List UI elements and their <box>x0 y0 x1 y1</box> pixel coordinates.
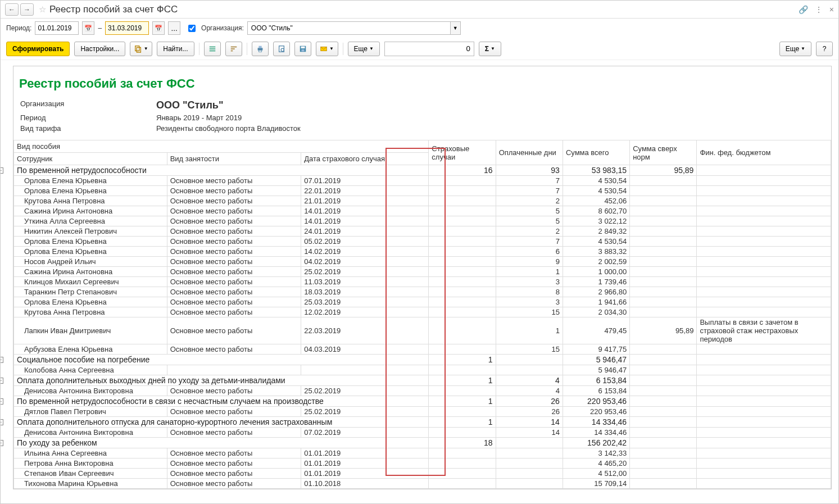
generate-button[interactable]: Сформировать <box>6 42 70 56</box>
report-title: Реестр пособий за счет ФСС <box>13 66 831 96</box>
spin-input[interactable] <box>384 42 474 56</box>
table-row[interactable]: Крутова Анна ПетровнаОсновное место рабо… <box>14 196 831 206</box>
copy-icon <box>134 45 142 53</box>
more-dropdown-button[interactable]: Еще ▼ <box>348 42 380 56</box>
period-picker-button[interactable]: ... <box>168 21 180 35</box>
help-button[interactable]: ? <box>816 42 833 56</box>
print-button[interactable] <box>252 42 269 56</box>
hdr-case-date: Дата страхового случая <box>301 153 429 165</box>
table-row[interactable]: Степанов Иван СергеевичОсновное место ра… <box>14 469 831 479</box>
hdr-over: Сумма сверх норм <box>630 140 697 165</box>
more-right-button[interactable]: Еще ▼ <box>779 42 811 56</box>
table-row[interactable]: Орлова Елена ЮрьевнаОсновное место работ… <box>14 186 831 196</box>
period-dash: – <box>98 24 102 32</box>
collapse-groups-button[interactable] <box>225 42 242 56</box>
titlebar: ← → ☆ Реестр пособий за счет ФСС 🔗 ⋮ × <box>1 1 838 19</box>
svg-rect-7 <box>230 50 233 51</box>
org-checkbox[interactable] <box>188 25 196 32</box>
table-row[interactable]: Денисова Антонина ВикторовнаОсновное мес… <box>14 386 831 396</box>
table-row[interactable]: Никитин Алексей ПетровичОсновное место р… <box>14 226 831 237</box>
expand-group[interactable]: − <box>1 167 3 174</box>
date-from-input[interactable] <box>35 21 79 35</box>
svg-rect-5 <box>230 46 237 47</box>
toolbar-separator <box>343 43 343 55</box>
hdr-employee: Сотрудник <box>14 153 167 165</box>
close-icon[interactable]: × <box>829 5 834 14</box>
expand-group[interactable]: − <box>1 357 3 363</box>
toolbar-separator <box>247 43 247 55</box>
find-button[interactable]: Найти... <box>157 42 194 56</box>
svg-rect-1 <box>137 47 140 52</box>
menu-icon[interactable]: ⋮ <box>815 5 823 14</box>
nav-back-button[interactable]: ← <box>5 3 19 16</box>
table-row[interactable]: Таранкин Петр СтепановичОсновное место р… <box>14 287 831 297</box>
table-row[interactable]: Орлова Елена ЮрьевнаОсновное место работ… <box>14 237 831 247</box>
date-to-input[interactable] <box>105 21 149 35</box>
table-row[interactable]: Ильина Анна СергеевнаОсновное место рабо… <box>14 448 831 458</box>
meta-period-label: Период <box>20 113 155 122</box>
table-row[interactable]: Орлова Елена ЮрьевнаОсновное место работ… <box>14 247 831 257</box>
preview-icon <box>278 45 285 53</box>
calendar-to-button[interactable]: 📅 <box>152 21 165 35</box>
table-row[interactable]: Орлова Елена ЮрьевнаОсновное место работ… <box>14 297 831 307</box>
group-row[interactable]: Социальное пособие на погребение15 946,4… <box>14 355 831 365</box>
expand-group[interactable]: − <box>1 419 3 425</box>
meta-org-label: Организация <box>20 99 155 112</box>
table-row[interactable]: Колобова Анна Сергеевна5 946,47 <box>14 365 831 375</box>
group-row[interactable]: Оплата дополнительного отпуска для санат… <box>14 417 831 428</box>
sigma-icon: Σ <box>485 45 489 53</box>
table-row[interactable]: Клинцов Михаил СергеевичОсновное место р… <box>14 277 831 287</box>
meta-tariff-value: Резиденты свободного порта Владивосток <box>156 124 301 133</box>
org-select-input[interactable] <box>247 21 451 35</box>
favorite-icon[interactable]: ☆ <box>39 4 46 15</box>
hdr-days: Оплаченные дни <box>496 140 563 165</box>
org-select-dropdown[interactable]: ▼ <box>451 21 461 35</box>
table-row[interactable]: Лапкин Иван ДмитриевичОсновное место раб… <box>14 317 831 344</box>
expand-group[interactable]: − <box>1 440 3 446</box>
sigma-dropdown-button[interactable]: Σ▼ <box>479 42 501 56</box>
svg-rect-6 <box>230 48 234 49</box>
table-row[interactable]: Носов Андрей ИльичОсновное место работы0… <box>14 257 831 267</box>
preview-button[interactable] <box>273 42 290 56</box>
svg-rect-9 <box>258 46 261 48</box>
svg-rect-2 <box>209 46 215 47</box>
group-row[interactable]: По временной нетрудоспособности в связи … <box>14 396 831 407</box>
table-row[interactable]: Сажина Ирина АнтоновнаОсновное место раб… <box>14 206 831 216</box>
table-row[interactable]: Арбузова Елена ЮрьевнаОсновное место раб… <box>14 344 831 355</box>
toolbar: Сформировать Настройки... ▼ Найти... ▼ Е… <box>1 38 838 60</box>
print-icon <box>256 45 264 53</box>
table-row[interactable]: Тихонова Марина ЮрьевнаОсновное место ра… <box>14 479 831 489</box>
toolbar-separator <box>199 43 199 55</box>
link-icon[interactable]: 🔗 <box>799 5 808 14</box>
svg-rect-4 <box>209 50 215 51</box>
org-label: Организация: <box>201 24 244 32</box>
expand-group[interactable]: − <box>1 398 3 405</box>
svg-rect-0 <box>135 46 139 51</box>
report-grid: Вид пособия Страховые случаи Оплаченные … <box>13 140 831 489</box>
expand-icon <box>208 45 216 53</box>
save-button[interactable] <box>294 42 311 56</box>
group-row[interactable]: По временной нетрудоспособности169353 98… <box>14 165 831 176</box>
filter-bar: Период: 📅 – 📅 ... Организация: ▼ <box>1 19 838 38</box>
table-row[interactable]: Денисова Антонина ВикторовнаОсновное мес… <box>14 428 831 438</box>
copy-dropdown-button[interactable]: ▼ <box>130 42 152 56</box>
table-row[interactable]: Орлова Елена ЮрьевнаОсновное место работ… <box>14 176 831 186</box>
nav-forward-button[interactable]: → <box>20 3 34 16</box>
email-icon <box>320 45 328 53</box>
report-content[interactable]: − Реестр пособий за счет ФСС Организация… <box>1 60 838 503</box>
table-row[interactable]: Дятлов Павел ПетровичОсновное место рабо… <box>14 407 831 417</box>
table-row[interactable]: Петрова Анна ВикторовнаОсновное место ра… <box>14 458 831 469</box>
calendar-from-button[interactable]: 📅 <box>82 21 94 35</box>
settings-button[interactable]: Настройки... <box>74 42 125 56</box>
table-row[interactable]: Сажина Ирина АнтоновнаОсновное место раб… <box>14 267 831 277</box>
window-title: Реестр пособий за счет ФСС <box>49 4 799 15</box>
email-dropdown-button[interactable]: ▼ <box>316 42 338 56</box>
expand-group[interactable]: − <box>1 378 3 384</box>
svg-rect-8 <box>257 48 262 50</box>
hdr-emp-type: Вид занятости <box>167 153 301 165</box>
group-row[interactable]: Оплата дополнительных выходных дней по у… <box>14 375 831 386</box>
group-row[interactable]: По уходу за ребенком18156 202,42 <box>14 438 831 448</box>
expand-groups-button[interactable] <box>204 42 221 56</box>
table-row[interactable]: Уткина Алла СергеевнаОсновное место рабо… <box>14 216 831 226</box>
table-row[interactable]: Крутова Анна ПетровнаОсновное место рабо… <box>14 307 831 317</box>
